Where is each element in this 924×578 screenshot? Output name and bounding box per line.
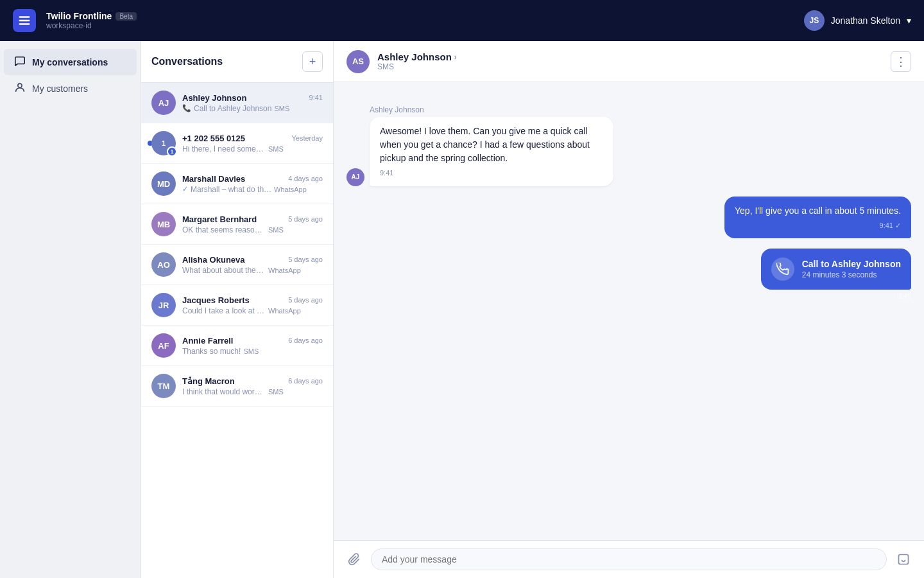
- conversations-panel: Conversations + AJ Ashley Johnson 9:41 📞…: [141, 41, 334, 578]
- conv-avatar-phone: 1 1: [151, 131, 176, 155]
- person-icon: [14, 82, 26, 95]
- conv-avatar-margaret: MB: [151, 212, 176, 236]
- conv-time: 9:41: [309, 94, 323, 101]
- conv-name: Margaret Bernhard: [182, 215, 257, 224]
- check-icon: ✓: [182, 185, 188, 193]
- call-bubble: Call to Ashley Johnson 24 minutes 3 seco…: [761, 249, 911, 290]
- sidebar: My conversations My customers: [0, 41, 141, 578]
- conv-channel: WhatsApp: [274, 186, 307, 193]
- conv-channel: SMS: [274, 105, 289, 112]
- conv-channel: WhatsApp: [268, 307, 301, 315]
- chat-input-area: [334, 540, 924, 578]
- chat-contact-info: Ashley Johnson › SMS: [377, 51, 457, 71]
- conv-avatar-ashley: AJ: [151, 91, 176, 115]
- emoji-button[interactable]: [893, 549, 914, 570]
- user-name: Jonathan Skelton: [831, 15, 900, 26]
- conv-channel: SMS: [243, 347, 259, 355]
- conv-avatar-annie: AF: [151, 333, 176, 358]
- chat-icon: [14, 55, 26, 69]
- check-icon: ✓: [895, 220, 901, 231]
- message-bubble-left: Awesome! I love them. Can you give me a …: [370, 117, 613, 186]
- chat-more-button[interactable]: ⋮: [891, 51, 911, 72]
- conv-channel: SMS: [268, 226, 284, 234]
- conv-channel: WhatsApp: [268, 267, 301, 274]
- chat-contact-name[interactable]: Ashley Johnson ›: [377, 51, 457, 62]
- add-conversation-button[interactable]: +: [302, 51, 323, 72]
- sidebar-item-label-conversations: My conversations: [32, 57, 108, 67]
- conv-name: Tảng Macron: [182, 376, 235, 386]
- notification-badge: 1: [167, 146, 177, 157]
- conv-time: 4 days ago: [288, 175, 323, 182]
- user-avatar: JS: [804, 10, 825, 31]
- conversations-title: Conversations: [151, 56, 223, 67]
- conv-avatar-marshall: MD: [151, 171, 176, 196]
- conv-info-marshall: Marshall Davies 4 days ago ✓ Marshall – …: [182, 174, 323, 194]
- conv-item-jacques[interactable]: JR Jacques Roberts 5 days ago Could I ta…: [141, 285, 333, 326]
- conv-preview-text: Could I take a look at th…: [182, 306, 266, 315]
- conv-preview-text: What about about the b…: [182, 266, 266, 275]
- chat-contact-avatar: AS: [346, 50, 370, 73]
- conv-info-phone: +1 202 555 0125 Yesterday Hi there, I ne…: [182, 134, 323, 153]
- chat-channel-label: SMS: [377, 62, 457, 71]
- user-initials: JS: [809, 16, 819, 25]
- conv-channel: SMS: [268, 145, 284, 153]
- call-phone-icon: [771, 258, 794, 281]
- conv-item-annie[interactable]: AF Annie Farrell 6 days ago Thanks so mu…: [141, 326, 333, 366]
- sidebar-item-customers[interactable]: My customers: [4, 75, 137, 101]
- message-time: 9:41: [380, 168, 603, 179]
- conv-avatar-jacques: JR: [151, 293, 176, 317]
- conversations-header: Conversations +: [141, 41, 333, 83]
- conversations-list: AJ Ashley Johnson 9:41 📞 Call to Ashley …: [141, 83, 333, 578]
- conv-item-alisha[interactable]: AO Alisha Okuneva 5 days ago What about …: [141, 245, 333, 285]
- conv-name: Marshall Davies: [182, 174, 245, 184]
- conv-name: Jacques Roberts: [182, 295, 250, 305]
- chat-message-input[interactable]: [371, 548, 887, 570]
- conv-time: 5 days ago: [288, 215, 323, 223]
- conv-info-alisha: Alisha Okuneva 5 days ago What about abo…: [182, 255, 323, 275]
- conv-name: Ashley Johnson: [182, 93, 246, 103]
- user-menu[interactable]: JS Jonathan Skelton ▾: [804, 10, 911, 31]
- conv-item-tang[interactable]: TM Tảng Macron 6 days ago I think that w…: [141, 366, 333, 407]
- main-layout: My conversations My customers Conversati…: [0, 41, 924, 578]
- svg-point-0: [18, 83, 22, 87]
- chat-header-left: AS Ashley Johnson › SMS: [346, 50, 457, 73]
- conv-time: 6 days ago: [288, 377, 323, 385]
- app-title: Twilio Frontline Beta workspace-id: [46, 11, 137, 30]
- conv-item-phone[interactable]: 1 1 +1 202 555 0125 Yesterday Hi there, …: [141, 123, 333, 164]
- conv-item-margaret[interactable]: MB Margaret Bernhard 5 days ago OK that …: [141, 204, 333, 245]
- message-bubble-right: Yep, I'll give you a call in about 5 min…: [724, 197, 911, 239]
- chevron-down-icon: ▾: [907, 15, 911, 26]
- conv-avatar-alisha: AO: [151, 252, 176, 277]
- conv-time: 5 days ago: [288, 256, 323, 263]
- conv-item-ashley[interactable]: AJ Ashley Johnson 9:41 📞 Call to Ashley …: [141, 83, 333, 123]
- message-agent-1: Yep, I'll give you a call in about 5 min…: [346, 197, 911, 239]
- conv-preview-text: Hi there, I need some help wit…: [182, 144, 266, 153]
- call-message-container: Call to Ashley Johnson 24 minutes 3 seco…: [761, 249, 911, 300]
- call-duration: 24 minutes 3 seconds: [802, 270, 901, 279]
- message-call: Call to Ashley Johnson 24 minutes 3 seco…: [346, 249, 911, 300]
- conv-name: Annie Farrell: [182, 336, 233, 346]
- chevron-right-icon: ›: [454, 53, 457, 62]
- sidebar-item-conversations[interactable]: My conversations: [4, 49, 137, 75]
- chat-messages: 9:41 ✓ AJ Ashley Johnson Awesome! I love…: [334, 82, 924, 540]
- conv-time: 5 days ago: [288, 296, 323, 304]
- message-text: Yep, I'll give you a call in about 5 min…: [735, 206, 901, 216]
- conv-item-marshall[interactable]: MD Marshall Davies 4 days ago ✓ Marshall…: [141, 164, 333, 204]
- call-time: 9:45: [761, 292, 911, 300]
- conv-preview-text: Thanks so much!: [182, 347, 241, 356]
- conv-preview-text: Marshall – what do th…: [191, 185, 271, 194]
- attach-button[interactable]: [344, 549, 364, 570]
- conv-info-tang: Tảng Macron 6 days ago I think that woul…: [182, 376, 323, 396]
- message-content-left: Ashley Johnson Awesome! I love them. Can…: [370, 105, 613, 186]
- conv-avatar-tang: TM: [151, 374, 176, 398]
- conv-preview-text: OK that seems reasonable to …: [182, 225, 266, 234]
- app-logo: [13, 9, 36, 32]
- svg-rect-17: [899, 555, 909, 565]
- conv-time: Yesterday: [291, 134, 323, 142]
- conv-preview-text: Call to Ashley Johnson: [194, 104, 271, 113]
- conv-preview-text: I think that would work best. If…: [182, 387, 266, 396]
- beta-badge: Beta: [116, 12, 137, 21]
- message-time: 9:41 ✓: [735, 220, 901, 231]
- chat-panel: AS Ashley Johnson › SMS ⋮: [334, 41, 924, 578]
- sender-name: Ashley Johnson: [370, 105, 613, 114]
